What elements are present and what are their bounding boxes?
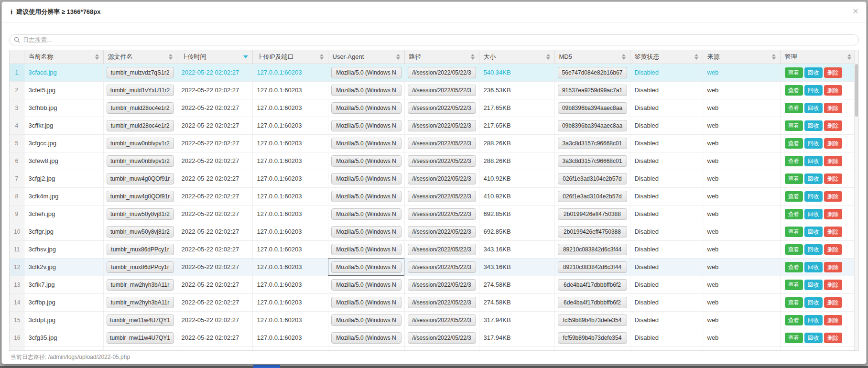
path-box[interactable]: /i/session/2022/05/22/3 — [408, 102, 476, 114]
table-row[interactable]: 23cfet5.jpgtumblr_muld1vYxU11r22022-05-2… — [10, 81, 856, 99]
path-box[interactable]: /i/session/2022/05/22/3 — [408, 155, 476, 167]
sort-icon[interactable] — [847, 54, 851, 60]
recycle-button[interactable]: 回收 — [804, 67, 823, 78]
md5-box[interactable]: 6de4ba4f17dbbbffb6f2 — [558, 279, 627, 291]
recycle-button[interactable]: 回收 — [804, 297, 823, 308]
table-row[interactable]: 83cfk4m.jpgtumblr_muw4g0QOf91r2022-05-22… — [10, 187, 856, 205]
user-agent-box[interactable]: Mozilla/5.0 (Windows N — [331, 261, 401, 273]
delete-button[interactable]: 删除 — [824, 85, 842, 96]
md5-box[interactable]: 91537ea9259d99ac7a1 — [558, 85, 627, 96]
source-filename-box[interactable]: tumblr_mw11w4U7QY1 — [107, 332, 174, 344]
delete-button[interactable]: 删除 — [824, 120, 842, 131]
md5-box[interactable]: 2b0199426eff4750388 — [558, 208, 627, 220]
sort-desc-icon[interactable] — [243, 55, 248, 58]
delete-button[interactable]: 删除 — [824, 227, 842, 237]
table-row[interactable]: 43cffkr.jpgtumblr_muld28oc4e1r22022-05-2… — [10, 117, 856, 134]
md5-box[interactable]: 026f1e3ad3104e2b57d — [558, 191, 627, 202]
md5-box[interactable]: 026f1e3ad3104e2b57d — [558, 173, 627, 184]
view-button[interactable]: 查看 — [785, 120, 803, 131]
view-button[interactable]: 查看 — [785, 297, 803, 308]
user-agent-box[interactable]: Mozilla/5.0 (Windows N — [331, 138, 401, 149]
source-filename-box[interactable]: tumblr_mux86dPPcy1r — [107, 261, 174, 273]
path-box[interactable]: /i/session/2022/05/22/3 — [408, 208, 476, 220]
md5-box[interactable]: fcf59b89b4b73defe354 — [558, 314, 627, 326]
source-filename-box[interactable]: tumblr_muld1vYxU11r2 — [107, 85, 174, 96]
column-header-ua[interactable]: User-Agent — [328, 50, 404, 64]
user-agent-box[interactable]: Mozilla/5.0 (Windows N — [331, 102, 401, 114]
user-agent-box[interactable]: Mozilla/5.0 (Windows N — [331, 244, 401, 255]
recycle-button[interactable]: 回收 — [804, 244, 823, 255]
source-filename-box[interactable]: tumblr_muw0nblvpv1r2 — [107, 138, 174, 149]
path-box[interactable]: /i/session/2022/05/22/3 — [408, 85, 476, 96]
source-filename-box[interactable]: tumblr_mw11w4U7QY1 — [107, 314, 174, 326]
view-button[interactable]: 查看 — [785, 333, 803, 343]
column-header-src[interactable]: 源文件名 — [103, 50, 177, 64]
source-filename-box[interactable]: tumblr_muw50y8vj81r2 — [107, 208, 174, 220]
search-input[interactable] — [23, 37, 854, 43]
sort-icon[interactable] — [546, 54, 550, 60]
md5-box[interactable]: 3a3c8d3157c96668c01 — [558, 138, 627, 149]
path-box[interactable]: /i/session/2022/05/22/3 — [408, 67, 476, 78]
md5-box[interactable]: fcf59b89b4b73defe354 — [558, 332, 627, 344]
user-agent-box[interactable]: Mozilla/5.0 (Windows N — [331, 208, 401, 220]
column-header-size[interactable]: 大小 — [479, 50, 554, 64]
delete-button[interactable]: 删除 — [824, 209, 842, 219]
table-row[interactable]: 163cfg35.jpgtumblr_mw11w4U7QY12022-05-22… — [10, 329, 856, 346]
source-filename-box[interactable]: tumblr_muw4g0QOf91r — [107, 191, 174, 202]
column-header-ip[interactable]: 上传IP及端口 — [252, 50, 328, 64]
recycle-button[interactable]: 回收 — [804, 280, 823, 290]
recycle-button[interactable]: 回收 — [804, 315, 823, 325]
delete-button[interactable]: 删除 — [824, 67, 842, 78]
md5-box[interactable]: 89210c083842d6c3f44 — [558, 261, 627, 273]
recycle-button[interactable]: 回收 — [804, 103, 823, 113]
column-header-manage[interactable]: 管理 — [780, 50, 856, 64]
source-filename-box[interactable]: tumblr_mw2hyh3bA11r — [107, 279, 174, 291]
view-button[interactable]: 查看 — [785, 315, 803, 325]
source-filename-box[interactable]: tumblr_muizvdz7qS1r2 — [107, 67, 174, 78]
table-row[interactable]: 143cffbp.jpgtumblr_mw2hyh3bA11r2022-05-2… — [10, 293, 856, 311]
sort-icon[interactable] — [169, 54, 173, 60]
source-filename-box[interactable]: tumblr_muw50y8vj81r2 — [107, 226, 174, 238]
table-row[interactable]: 153cfdpt.jpgtumblr_mw11w4U7QY12022-05-22… — [10, 311, 856, 329]
view-button[interactable]: 查看 — [785, 280, 803, 290]
table-row[interactable]: 53cfgcc.jpgtumblr_muw0nblvpv1r22022-05-2… — [10, 134, 856, 152]
scrollbar-thumb[interactable] — [855, 64, 858, 117]
user-agent-box[interactable]: Mozilla/5.0 (Windows N — [331, 314, 401, 326]
table-row[interactable]: 查看回收删除 — [10, 346, 856, 351]
recycle-button[interactable]: 回收 — [804, 209, 823, 219]
md5-box[interactable]: 09b8396ba394aaec8aa — [558, 102, 627, 114]
recycle-button[interactable]: 回收 — [804, 85, 823, 96]
delete-button[interactable]: 删除 — [824, 262, 842, 272]
delete-button[interactable]: 删除 — [824, 156, 842, 166]
path-box[interactable]: /i/session/2022/05/22/3 — [408, 120, 476, 131]
recycle-button[interactable]: 回收 — [804, 120, 823, 131]
user-agent-box[interactable]: Mozilla/5.0 (Windows N — [331, 173, 401, 184]
sort-icon[interactable] — [396, 54, 400, 60]
sort-icon[interactable] — [320, 54, 324, 60]
path-box[interactable]: /i/session/2022/05/22/3 — [408, 261, 476, 273]
view-button[interactable]: 查看 — [785, 244, 803, 255]
user-agent-box[interactable]: Mozilla/5.0 (Windows N — [331, 332, 401, 344]
delete-button[interactable]: 删除 — [824, 244, 842, 255]
view-button[interactable]: 查看 — [785, 103, 803, 113]
view-button[interactable]: 查看 — [785, 156, 803, 166]
path-box[interactable]: /i/session/2022/05/22/3 — [408, 332, 476, 344]
path-box[interactable]: /i/session/2022/05/22/3 — [408, 297, 476, 308]
view-button[interactable]: 查看 — [785, 350, 803, 351]
recycle-button[interactable]: 回收 — [804, 191, 823, 202]
sort-icon[interactable] — [95, 54, 99, 60]
view-button[interactable]: 查看 — [785, 191, 803, 202]
column-header-source[interactable]: 来源 — [703, 50, 780, 64]
table-row[interactable]: 13cfacd.jpgtumblr_muizvdz7qS1r22022-05-2… — [10, 64, 856, 81]
table-row[interactable]: 63cfew8.jpgtumblr_muw0nblvpv1r22022-05-2… — [10, 152, 856, 170]
delete-button[interactable]: 删除 — [824, 297, 842, 308]
column-header-path[interactable]: 路径 — [404, 50, 479, 64]
table-row[interactable]: 93cfieh.jpgtumblr_muw50y8vj81r22022-05-2… — [10, 205, 856, 223]
table-row[interactable]: 113cfhsv.jpgtumblr_mux86dPPcy1r2022-05-2… — [10, 240, 856, 258]
path-box[interactable]: /i/session/2022/05/22/3 — [408, 279, 476, 291]
path-box[interactable]: /i/session/2022/05/22/3 — [408, 191, 476, 202]
delete-button[interactable]: 删除 — [824, 315, 842, 325]
table-row[interactable]: 103cffgr.jpgtumblr_muw50y8vj81r22022-05-… — [10, 223, 856, 240]
md5-box[interactable]: 56e747d084e82b16b67 — [558, 67, 627, 78]
table-row[interactable]: 123cfk2v.jpgtumblr_mux86dPPcy1r2022-05-2… — [10, 258, 856, 276]
